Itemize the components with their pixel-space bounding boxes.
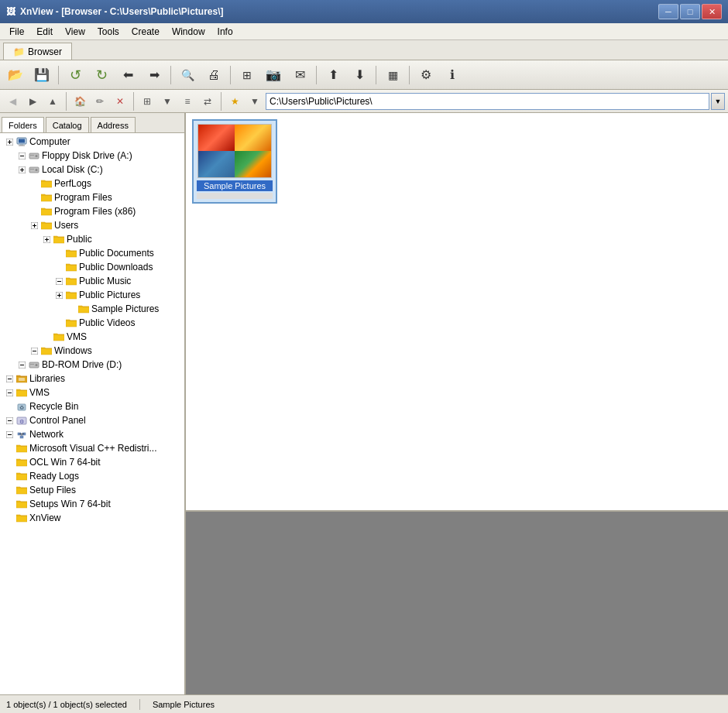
tree-item-programfiles[interactable]: Program Files — [0, 190, 184, 204]
tree-item-publicdocs[interactable]: Public Documents — [0, 246, 184, 260]
file-item-sample-pictures[interactable]: Sample Pictures — [192, 119, 277, 204]
tab-folders[interactable]: Folders — [2, 117, 44, 132]
tree-icon-floppy — [28, 149, 40, 162]
address-dropdown-button[interactable]: ▼ — [711, 93, 725, 110]
nav-delete-button[interactable]: ✕ — [111, 92, 129, 111]
menu-item-info[interactable]: Info — [211, 25, 239, 39]
tree-expand-windows[interactable] — [28, 345, 40, 357]
tree-expand-vms[interactable] — [3, 386, 15, 399]
tab-catalog[interactable]: Catalog — [46, 117, 89, 132]
tree-item-publicvideos[interactable]: Public Videos — [0, 316, 184, 330]
nav-back-button[interactable]: ⬅ — [115, 63, 140, 87]
find-button[interactable]: 🔍 — [175, 63, 200, 87]
tree-expand-controlpanel[interactable] — [3, 414, 15, 427]
tree-item-vms-user[interactable]: VMS — [0, 330, 184, 344]
tree-item-setupswin7[interactable]: Setups Win 7 64-bit — [0, 497, 184, 511]
tree-expand-bdrom[interactable] — [15, 358, 28, 371]
tree-item-vcredist[interactable]: Microsoft Visual C++ Redistri... — [0, 441, 184, 455]
tree-item-vms[interactable]: VMS — [0, 386, 184, 399]
nav-up-button[interactable]: ▲ — [43, 92, 62, 111]
sort-button[interactable]: ≡ — [178, 92, 197, 111]
nav-forward-hist-button[interactable]: ▶ — [23, 92, 42, 111]
view-grid-button[interactable]: ▦ — [380, 63, 405, 87]
nav-edit-button[interactable]: ✏ — [91, 92, 109, 111]
tab-address[interactable]: Address — [91, 117, 136, 132]
tree-item-computer[interactable]: Computer — [0, 135, 184, 149]
minimize-button[interactable]: ─ — [658, 4, 678, 19]
tree-label-recyclebin: Recycle Bin — [29, 401, 181, 412]
save-button[interactable]: 💾 — [29, 63, 54, 87]
email-button[interactable]: ✉ — [287, 63, 312, 87]
tree-item-programfilesx86[interactable]: Program Files (x86) — [0, 204, 184, 218]
info-button[interactable]: ℹ — [440, 63, 465, 87]
tree-expand-network[interactable] — [3, 428, 15, 440]
tree-label-controlpanel: Control Panel — [29, 415, 181, 426]
screen-capture-button[interactable]: 📷 — [261, 63, 286, 87]
menu-item-file[interactable]: File — [3, 25, 30, 39]
preview-area — [186, 510, 728, 694]
tree-item-network[interactable]: Network — [0, 427, 184, 441]
menu-item-window[interactable]: Window — [166, 25, 211, 39]
tree-item-localdisk[interactable]: Local Disk (C:) — [0, 163, 184, 177]
tree-icon-recyclebin: ♻ — [15, 400, 28, 413]
tree-expand-localdisk[interactable] — [15, 163, 28, 176]
file-tree: Computer Floppy Disk Drive (A:) Local Di… — [0, 133, 184, 526]
tree-item-xnview[interactable]: XnView — [0, 511, 184, 525]
menu-item-view[interactable]: View — [59, 25, 91, 39]
sync-button[interactable]: ⇄ — [198, 92, 217, 111]
settings-button[interactable]: ⚙ — [414, 63, 438, 87]
tree-expand-public[interactable] — [40, 233, 53, 245]
tree-expand-floppy[interactable] — [15, 149, 28, 162]
nav-forward-button[interactable]: ➡ — [142, 63, 167, 87]
menu-item-edit[interactable]: Edit — [30, 25, 59, 39]
tree-expand-readylogs — [3, 470, 15, 482]
menu-item-tools[interactable]: Tools — [91, 25, 125, 39]
download-button[interactable]: ⬇ — [347, 63, 372, 87]
view-mode-button[interactable]: ⊞ — [138, 92, 156, 111]
tree-expand-publicpictures[interactable] — [53, 289, 65, 301]
tree-item-readylogs[interactable]: Ready Logs — [0, 469, 184, 483]
tree-icon-samplepictures — [77, 303, 90, 315]
bookmark-drop-button[interactable]: ▼ — [246, 92, 264, 111]
tree-item-samplepictures[interactable]: Sample Pictures — [0, 302, 184, 316]
tree-item-recyclebin[interactable]: ♻ Recycle Bin — [0, 399, 184, 413]
view-thumb-button[interactable]: ⊞ — [235, 63, 259, 87]
close-button[interactable]: ✕ — [702, 4, 722, 19]
tree-item-perflogs[interactable]: PerfLogs — [0, 177, 184, 190]
maximize-button[interactable]: □ — [680, 4, 700, 19]
open-folder-button[interactable]: 📂 — [3, 63, 28, 87]
tree-item-controlpanel[interactable]: ⚙ Control Panel — [0, 413, 184, 427]
tree-item-users[interactable]: Users — [0, 218, 184, 232]
address-bar[interactable] — [266, 93, 709, 110]
filter-button[interactable]: ▼ — [158, 92, 177, 111]
bookmark-button[interactable]: ★ — [225, 92, 244, 111]
tree-item-oclwin7[interactable]: OCL Win 7 64-bit — [0, 455, 184, 469]
tree-expand-computer[interactable] — [3, 135, 15, 148]
tree-item-publicpictures[interactable]: Public Pictures — [0, 288, 184, 302]
menu-item-create[interactable]: Create — [125, 25, 166, 39]
tree-item-floppy[interactable]: Floppy Disk Drive (A:) — [0, 149, 184, 163]
browser-tab[interactable]: 📁 Browser — [3, 43, 72, 60]
rotate-ccw-button[interactable]: ↺ — [63, 63, 88, 87]
tree-item-public[interactable]: Public — [0, 232, 184, 246]
upload-button[interactable]: ⬆ — [321, 63, 345, 87]
tree-item-libraries[interactable]: Libraries — [0, 372, 184, 386]
tree-item-bdrom[interactable]: BD-ROM Drive (D:) — [0, 358, 184, 372]
app-icon: 🖼 — [6, 6, 15, 17]
tree-expand-users[interactable] — [28, 219, 40, 231]
tree-item-setupfiles[interactable]: Setup Files — [0, 483, 184, 497]
nav-home-button[interactable]: 🏠 — [70, 92, 89, 111]
file-area: Sample Pictures — [186, 113, 728, 510]
tree-expand-publicmusic[interactable] — [53, 275, 65, 287]
tree-expand-libraries[interactable] — [3, 372, 15, 385]
rotate-cw-button[interactable]: ↻ — [89, 63, 114, 87]
tree-icon-readylogs — [15, 470, 28, 482]
tree-item-windows[interactable]: Windows — [0, 344, 184, 358]
print-button[interactable]: 🖨 — [201, 63, 226, 87]
tree-label-publicpictures: Public Pictures — [79, 290, 181, 300]
tree-item-publicmusic[interactable]: Public Music — [0, 274, 184, 288]
thumb-cell-1 — [198, 125, 235, 151]
tree-item-publicdownloads[interactable]: Public Downloads — [0, 260, 184, 274]
tree-label-vcredist: Microsoft Visual C++ Redistri... — [29, 443, 181, 454]
nav-back-hist-button[interactable]: ◀ — [3, 92, 22, 111]
